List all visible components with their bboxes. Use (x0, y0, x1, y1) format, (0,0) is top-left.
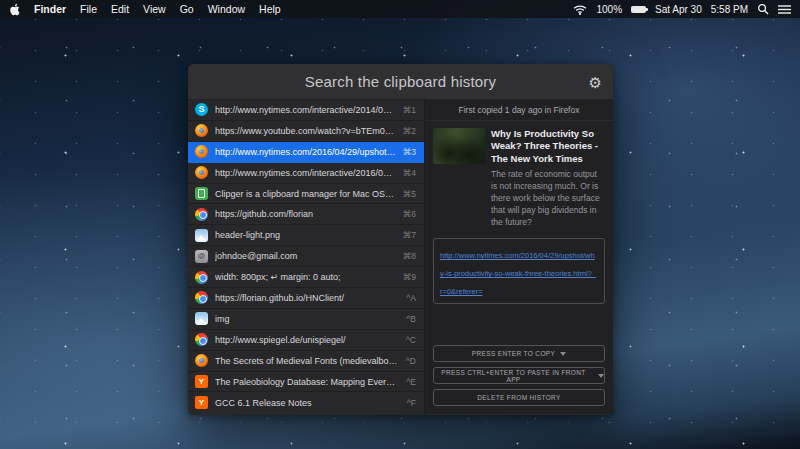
item-text: width: 800px; ↵ margin: 0 auto; (215, 272, 396, 282)
url-box: http://www.nytimes.com/2016/04/29/upshot… (433, 238, 605, 304)
copied-info: First copied 1 day ago in Firefox (425, 100, 613, 121)
action-buttons: PRESS ENTER TO COPY PRESS CTRL+ENTER TO … (433, 345, 605, 406)
list-item-selected[interactable]: http://www.nytimes.com/2016/04/29/upshot… (188, 142, 424, 163)
copy-button[interactable]: PRESS ENTER TO COPY (433, 345, 605, 362)
list-item[interactable]: S http://www.nytimes.com/interactive/201… (188, 100, 424, 121)
menu-help[interactable]: Help (259, 3, 281, 15)
generic-app-icon: @ (195, 250, 208, 263)
item-shortcut: ⌘5 (403, 189, 416, 199)
list-item[interactable]: http://www.spiegel.de/unispiegel/ ^C (188, 330, 424, 351)
firefox-icon (195, 145, 208, 158)
chrome-icon (195, 291, 208, 304)
list-item[interactable]: img ^B (188, 309, 424, 330)
item-shortcut: ⌘1 (403, 105, 416, 115)
list-item[interactable]: The Secrets of Medieval Fonts (medievalb… (188, 351, 424, 372)
item-shortcut: ^F (407, 398, 416, 408)
list-item[interactable]: Y The Paleobiology Database: Mapping Eve… (188, 372, 424, 393)
item-shortcut: ^B (406, 314, 416, 324)
item-shortcut: ⌘8 (403, 251, 416, 261)
skype-icon: S (195, 103, 208, 116)
paste-front-app-button[interactable]: PRESS CTRL+ENTER TO PASTE IN FRONT APP (433, 367, 605, 384)
battery-percent: 100% (596, 4, 622, 15)
item-shortcut: ⌘7 (403, 230, 416, 240)
battery-icon[interactable] (631, 6, 646, 13)
apple-menu-icon[interactable] (9, 3, 20, 16)
item-text: http://www.nytimes.com/2016/04/29/upshot… (215, 147, 396, 157)
menu-time[interactable]: 5:58 PM (711, 4, 748, 15)
chrome-icon (195, 333, 208, 346)
item-text: https://github.com/florian (215, 209, 396, 219)
chevron-down-icon (598, 374, 604, 378)
preview-description: The rate of economic output is not incre… (491, 169, 605, 228)
chevron-down-icon (560, 352, 566, 356)
clipboard-history-list: S http://www.nytimes.com/interactive/201… (188, 100, 425, 414)
spotlight-icon[interactable] (757, 3, 769, 15)
list-item[interactable]: Clipger is a clipboard manager for Mac O… (188, 184, 424, 205)
image-file-icon (195, 229, 208, 242)
item-text: http://www.spiegel.de/unispiegel/ (215, 335, 399, 345)
chrome-icon (195, 208, 208, 221)
item-text: https://www.youtube.com/watch?v=bTEm0q-V… (215, 126, 396, 136)
item-text: http://www.nytimes.com/interactive/2014/… (215, 105, 396, 115)
menu-window[interactable]: Window (208, 3, 245, 15)
item-text: The Secrets of Medieval Fonts (medievalb… (215, 356, 399, 366)
item-shortcut: ⌘2 (403, 126, 416, 136)
delete-button-label: DELETE FROM HISTORY (477, 394, 560, 401)
item-shortcut: ⌘9 (403, 272, 416, 282)
menu-finder[interactable]: Finder (34, 3, 66, 15)
preview-title: Why Is Productivity So Weak? Three Theor… (491, 128, 605, 165)
delete-from-history-button[interactable]: DELETE FROM HISTORY (433, 389, 605, 406)
item-text: johndoe@gmail.com (215, 251, 396, 261)
firefox-icon (195, 166, 208, 179)
item-text: img (215, 314, 399, 324)
item-shortcut: ⌘4 (403, 168, 416, 178)
chrome-icon (195, 271, 208, 284)
hackernews-icon: Y (195, 375, 208, 388)
article-thumbnail (433, 128, 485, 164)
preview-pane: First copied 1 day ago in Firefox Why Is… (425, 100, 613, 414)
firefox-icon (195, 354, 208, 367)
wifi-icon[interactable] (573, 4, 587, 15)
item-shortcut: ^A (406, 293, 416, 303)
list-item[interactable]: header-light.png ⌘7 (188, 225, 424, 246)
menu-bar: Finder File Edit View Go Window Help 100… (0, 0, 800, 18)
firefox-icon (195, 124, 208, 137)
item-text: The Paleobiology Database: Mapping Every… (215, 377, 399, 387)
list-item[interactable]: width: 800px; ↵ margin: 0 auto; ⌘9 (188, 267, 424, 288)
menu-view[interactable]: View (143, 3, 166, 15)
clipboard-panel: Search the clipboard history ⚙ S http://… (188, 64, 613, 415)
search-input[interactable]: Search the clipboard history (305, 73, 497, 90)
item-text: GCC 6.1 Release Notes (215, 398, 400, 408)
copy-button-label: PRESS ENTER TO COPY (472, 350, 555, 357)
image-file-icon (195, 312, 208, 325)
item-text: https://florian.github.io/HNClient/ (215, 293, 399, 303)
clipger-app-icon (195, 187, 208, 200)
notification-center-icon[interactable] (778, 4, 791, 15)
hackernews-icon: Y (195, 396, 208, 409)
list-item[interactable]: https://github.com/florian ⌘6 (188, 204, 424, 225)
item-shortcut: ⌘3 (403, 147, 416, 157)
paste-button-label: PRESS CTRL+ENTER TO PASTE IN FRONT APP (434, 369, 593, 383)
item-text: header-light.png (215, 230, 396, 240)
list-item[interactable]: http://www.nytimes.com/interactive/2016/… (188, 163, 424, 184)
item-shortcut: ^E (406, 377, 416, 387)
item-shortcut: ^C (406, 335, 416, 345)
menu-file[interactable]: File (80, 3, 97, 15)
preview-url-link[interactable]: http://www.nytimes.com/2016/04/29/upshot… (440, 251, 596, 296)
menu-go[interactable]: Go (180, 3, 194, 15)
menu-edit[interactable]: Edit (111, 3, 129, 15)
item-shortcut: ⌘6 (403, 209, 416, 219)
item-shortcut: ^D (406, 356, 416, 366)
panel-header: Search the clipboard history ⚙ (188, 64, 613, 100)
item-text: http://www.nytimes.com/interactive/2016/… (215, 168, 396, 178)
list-item[interactable]: @ johndoe@gmail.com ⌘8 (188, 246, 424, 267)
list-item[interactable]: https://www.youtube.com/watch?v=bTEm0q-V… (188, 121, 424, 142)
settings-gear-icon[interactable]: ⚙ (589, 74, 602, 89)
list-item[interactable]: https://florian.github.io/HNClient/ ^A (188, 288, 424, 309)
list-item[interactable]: Y GCC 6.1 Release Notes ^F (188, 392, 424, 413)
menu-date[interactable]: Sat Apr 30 (655, 4, 702, 15)
item-text: Clipger is a clipboard manager for Mac O… (215, 189, 396, 199)
